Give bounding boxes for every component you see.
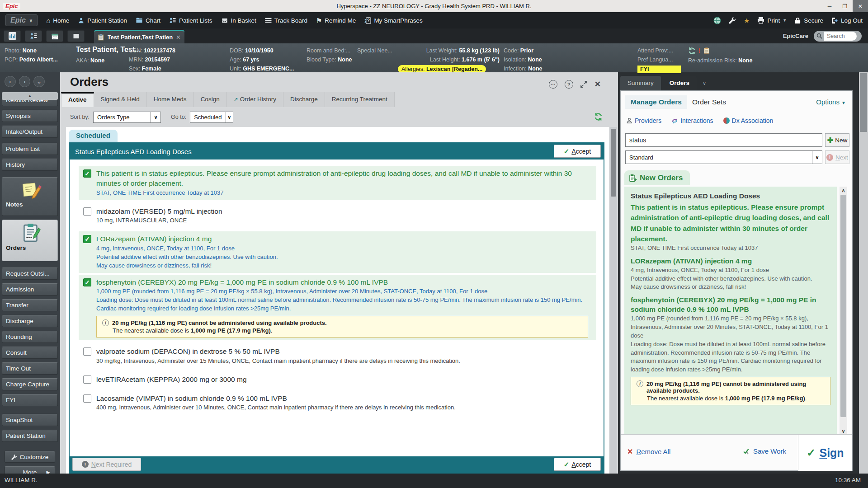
secure-button[interactable]: Secure	[794, 17, 823, 24]
sidebar-item-problem-list[interactable]: Problem List	[2, 143, 58, 155]
orders-scrollbar[interactable]	[610, 127, 617, 474]
maximize-button[interactable]: ❐	[837, 0, 853, 12]
dx-association-link[interactable]: Dx Association	[723, 117, 774, 124]
checkbox-checked-icon[interactable]: ✓	[83, 235, 91, 243]
clipboard-icon[interactable]	[703, 47, 710, 54]
sidebar-item-history[interactable]: History	[2, 159, 58, 171]
save-work-button[interactable]: Save Work	[743, 447, 786, 455]
toolbar-item-remind-me[interactable]: ⚑ Remind Me	[316, 17, 356, 24]
options-button[interactable]: Options ▼	[816, 98, 846, 106]
sidebar-item-fyi[interactable]: FYI	[2, 394, 58, 406]
refresh-button[interactable]	[594, 113, 603, 123]
checkbox-unchecked-icon[interactable]	[83, 375, 91, 384]
tab-cosign[interactable]: Cosign	[194, 92, 227, 107]
sidebar-scroll-up[interactable]: ▲	[2, 92, 58, 100]
scrollbar-thumb[interactable]	[611, 129, 616, 197]
checkbox-checked-icon[interactable]: ✓	[83, 278, 91, 286]
scrollbar-thumb[interactable]	[840, 195, 846, 417]
back-button[interactable]: ‹	[5, 76, 16, 87]
fyi-badge[interactable]: FYI	[637, 66, 681, 73]
sidebar-item-time-out[interactable]: Time Out	[2, 362, 58, 375]
sidebar-item-rounding[interactable]: Rounding	[2, 331, 58, 343]
toolbar-item-patient-station[interactable]: Patient Station	[78, 17, 127, 24]
toolbar-item-smartphrases[interactable]: ? My SmartPhrases	[364, 17, 422, 24]
expand-icon[interactable]	[580, 81, 587, 88]
tab-signed-held[interactable]: Signed & Held	[94, 92, 147, 107]
customize-button[interactable]: Customize	[5, 451, 55, 463]
sidebar-item-charge-capture[interactable]: Charge Capture	[2, 378, 58, 390]
toolbar-item-home[interactable]: ⌂ Home	[46, 17, 69, 24]
checkbox-checked-icon[interactable]: ✓	[83, 169, 91, 178]
go-to-select[interactable]: Scheduled ∨	[190, 112, 233, 123]
recent-activities-button[interactable]: ⌄	[33, 76, 45, 87]
menu-ellipsis-icon[interactable]: ⋯	[549, 80, 557, 89]
sidebar-item-orders[interactable]: Orders	[2, 220, 58, 261]
tab-discharge[interactable]: Discharge	[283, 92, 325, 107]
patient-chart-tab[interactable]: Test Patient,Test Patient ✕	[94, 30, 184, 43]
sidebar-item-transfer[interactable]: Transfer	[2, 299, 58, 311]
order-item-lacosamide[interactable]: Lacosamide (VIMPAT) in sodium chloride 0…	[79, 391, 596, 415]
sidebar-item-notes[interactable]: Notes	[2, 177, 58, 216]
tab-recurring-treatment[interactable]: Recurring Treatment	[325, 92, 395, 107]
sidebar-item-consult[interactable]: Consult	[2, 347, 58, 359]
window-scrollbar[interactable]	[859, 72, 868, 474]
order-sets-tab[interactable]: Order Sets	[692, 98, 726, 106]
panel-scrollbar[interactable]: ∧ ∨	[840, 187, 847, 435]
tab-close-icon[interactable]: ✕	[176, 34, 181, 41]
toolbar-item-in-basket[interactable]: In Basket	[221, 17, 256, 24]
accept-button-top[interactable]: ✓ Accept	[554, 145, 601, 158]
toolbar-item-chart[interactable]: Chart	[136, 17, 160, 24]
sidebar-item-patient-station[interactable]: Patient Station	[2, 430, 58, 442]
sidebar-item-request-outside[interactable]: Request Outsi...	[2, 267, 58, 280]
epic-star-button[interactable]: ★	[744, 17, 750, 24]
language-globe-button[interactable]	[713, 17, 721, 24]
order-item-midazolam[interactable]: midazolam (VERSED) 5 mg/mL injection 10 …	[79, 204, 596, 228]
reports-tab-button[interactable]	[4, 30, 21, 42]
tab-home-meds[interactable]: Home Meds	[147, 92, 194, 107]
remove-all-button[interactable]: ✕ Remove All	[627, 447, 670, 456]
scroll-down-icon[interactable]: ∨	[840, 428, 847, 434]
manage-orders-tab[interactable]: Manage Orders	[625, 95, 687, 109]
epic-menu-button[interactable]: Epic∨	[5, 14, 38, 26]
toolbar-item-patient-lists[interactable]: Patient Lists	[169, 17, 212, 24]
close-button[interactable]: ✕	[853, 0, 868, 12]
new-order-button[interactable]: ✚ New	[825, 133, 849, 147]
calendar-tab-button[interactable]	[46, 30, 63, 42]
sidebar-item-intake-output[interactable]: Intake/Output	[2, 126, 58, 138]
checkbox-unchecked-icon[interactable]	[83, 207, 91, 216]
search-input[interactable]	[824, 32, 857, 41]
order-item-levetiracetam[interactable]: levETIRAcetam (KEPPRA) 2000 mg or 3000 m…	[79, 372, 596, 387]
sidebar-item-snapshot[interactable]: SnapShot	[2, 414, 58, 426]
in-basket-tab-button[interactable]	[67, 30, 85, 42]
checkbox-unchecked-icon[interactable]	[83, 394, 91, 403]
chevron-down-icon[interactable]: ∨	[698, 76, 711, 90]
close-activity-icon[interactable]: ✕	[594, 80, 601, 89]
logout-button[interactable]: Log Out	[831, 17, 863, 24]
refresh-icon[interactable]	[688, 47, 696, 55]
patient-lists-tab-button[interactable]	[25, 30, 42, 42]
order-item-fosphenytoin[interactable]: ✓ fosphenytoin (CEREBYX) 20 mg PE/kg = 1…	[79, 275, 596, 340]
order-mode-select[interactable]: Standard ∨	[625, 150, 822, 164]
order-search-input[interactable]	[625, 133, 822, 147]
scrollbar-thumb[interactable]	[860, 73, 867, 132]
interactions-link[interactable]: Interactions	[671, 117, 713, 124]
checkbox-unchecked-icon[interactable]	[83, 347, 91, 356]
print-button[interactable]: Print ▼	[757, 17, 787, 24]
sign-button[interactable]: ✓ Sign	[798, 435, 852, 471]
help-icon[interactable]: ?	[565, 80, 573, 89]
accept-button-bottom[interactable]: ✓ Accept	[554, 458, 601, 471]
tab-order-history[interactable]: ↗Order History	[227, 92, 283, 107]
forward-button[interactable]: ›	[19, 76, 30, 87]
order-item-valproate[interactable]: valproate sodium (DEPACON) in dextrose 5…	[79, 344, 596, 368]
next-button[interactable]: ! Next	[825, 150, 849, 164]
order-item-status-alert[interactable]: ✓ This patient is in status epilepticus.…	[79, 166, 596, 200]
next-required-button[interactable]: ! Next Required	[72, 458, 141, 471]
providers-link[interactable]: Providers	[626, 117, 661, 124]
scheduled-section-label[interactable]: Scheduled	[69, 130, 118, 142]
tools-button[interactable]	[729, 17, 736, 24]
tab-orders-panel[interactable]: Orders	[662, 76, 697, 90]
toolbar-item-track-board[interactable]: Track Board	[265, 17, 307, 24]
tab-active[interactable]: Active	[61, 92, 94, 107]
scroll-up-icon[interactable]: ∧	[840, 188, 847, 193]
order-item-lorazepam[interactable]: ✓ LORazepam (ATIVAN) injection 4 mg 4 mg…	[79, 231, 596, 272]
